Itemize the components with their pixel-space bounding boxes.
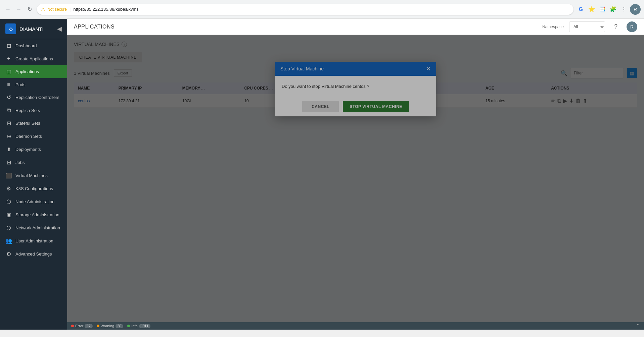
sidebar-item-network-administration[interactable]: ⬡ Network Administration: [0, 221, 67, 234]
status-error: Error 12: [71, 324, 93, 328]
error-dot: [71, 325, 74, 327]
sidebar-item-label: Advanced Settings: [15, 251, 52, 257]
cancel-button[interactable]: CANCEL: [302, 101, 339, 112]
modal-footer: CANCEL STOP VIRTUAL MACHINE: [275, 97, 436, 116]
refresh-button[interactable]: ↻: [25, 5, 34, 14]
modal-overlay: Stop Virtual Machine ✕ Do you want to st…: [67, 35, 644, 330]
security-warning-icon: ⚠: [41, 7, 45, 12]
modal-body: Do you want to stop Virtual Machine cent…: [275, 76, 436, 97]
replication-controllers-icon: ↺: [5, 94, 12, 101]
page-title: APPLICATIONS: [74, 24, 114, 30]
top-header: APPLICATIONS Namespace All default kube-…: [67, 19, 644, 35]
sidebar-item-label: K8S Configurations: [15, 186, 53, 191]
k8s-configurations-icon: ⚙: [5, 185, 12, 192]
modal-message: Do you want to stop Virtual Machine cent…: [282, 84, 369, 89]
sidebar-collapse-button[interactable]: ◀: [57, 25, 62, 33]
logo-text: DIAMANTI: [19, 26, 44, 32]
warning-dot: [97, 325, 99, 327]
sidebar-item-replication-controllers[interactable]: ↺ Replication Controllers: [0, 91, 67, 104]
help-button[interactable]: ?: [610, 21, 621, 32]
sidebar-item-label: Jobs: [15, 160, 25, 165]
modal-title: Stop Virtual Machine: [280, 66, 324, 71]
replica-sets-icon: ⧉: [5, 107, 12, 113]
url-text: https://35.222.135.88/kubes/kvms: [73, 7, 138, 12]
main-content: VIRTUAL MACHINES i CREATE VIRTUAL MACHIN…: [67, 35, 644, 330]
info-dot: [127, 325, 130, 327]
status-bar-chevron-icon[interactable]: ⌃: [636, 323, 640, 329]
sidebar-item-label: Replication Controllers: [15, 95, 59, 100]
extensions-button[interactable]: 🧩: [608, 5, 618, 14]
sidebar-item-advanced-settings[interactable]: ⚙ Advanced Settings: [0, 247, 67, 261]
stop-vm-modal: Stop Virtual Machine ✕ Do you want to st…: [275, 62, 436, 116]
user-administration-icon: 👥: [5, 238, 12, 244]
sidebar: ◇ DIAMANTI ◀ ⊞ Dashboard + Create Applic…: [0, 19, 67, 330]
create-applications-icon: +: [5, 56, 12, 62]
sidebar-item-create-applications[interactable]: + Create Applications: [0, 52, 67, 65]
error-label: Error: [75, 324, 83, 328]
sidebar-item-jobs[interactable]: ⊞ Jobs: [0, 156, 67, 169]
sidebar-logo: ◇ DIAMANTI ◀: [0, 19, 67, 39]
sidebar-item-label: Node Administration: [15, 199, 54, 204]
sidebar-item-deployments[interactable]: ⬆ Deployments: [0, 143, 67, 156]
status-bar: Error 12 Warning 30 Info 1911 ⌃: [67, 322, 644, 330]
sidebar-item-label: Applications: [15, 69, 39, 74]
profile-avatar[interactable]: R: [630, 4, 641, 15]
sidebar-item-pods[interactable]: ≡ Pods: [0, 78, 67, 91]
sidebar-item-node-administration[interactable]: ⬡ Node Administration: [0, 195, 67, 208]
stateful-sets-icon: ⊟: [5, 120, 12, 126]
stop-vm-button[interactable]: STOP VIRTUAL MACHINE: [343, 101, 409, 112]
app-container: ◇ DIAMANTI ◀ ⊞ Dashboard + Create Applic…: [0, 19, 644, 330]
applications-icon: ◫: [5, 68, 12, 75]
sidebar-item-storage-administration[interactable]: ▣ Storage Administration: [0, 208, 67, 221]
modal-close-button[interactable]: ✕: [426, 66, 431, 72]
namespace-label: Namespace: [542, 24, 564, 29]
sidebar-item-label: Storage Administration: [15, 212, 59, 217]
status-warning: Warning 30: [97, 324, 124, 328]
sidebar-item-label: Daemon Sets: [15, 134, 42, 139]
sidebar-item-label: Network Administration: [15, 225, 60, 230]
modal-header: Stop Virtual Machine ✕: [275, 62, 436, 76]
info-label: Info: [131, 324, 137, 328]
user-avatar[interactable]: R: [627, 21, 637, 32]
browser-chrome: ← → ↻ ⚠ Not secure | https://35.222.135.…: [0, 0, 644, 19]
sidebar-item-virtual-machines[interactable]: ⬛ Virtual Machines: [0, 169, 67, 182]
sidebar-item-user-administration[interactable]: 👥 User Administration: [0, 234, 67, 247]
sidebar-item-k8s-configurations[interactable]: ⚙ K8S Configurations: [0, 182, 67, 195]
bookmark-button[interactable]: ⭐: [587, 5, 596, 14]
error-count: 12: [85, 324, 92, 328]
google-icon[interactable]: G: [576, 5, 586, 14]
virtual-machines-icon: ⬛: [5, 172, 12, 179]
warning-count: 30: [116, 324, 123, 328]
namespace-select[interactable]: All default kube-system: [569, 21, 605, 32]
sidebar-item-replica-sets[interactable]: ⧉ Replica Sets: [0, 104, 67, 117]
menu-button[interactable]: ⋮: [619, 5, 629, 14]
advanced-settings-icon: ⚙: [5, 251, 12, 257]
sidebar-item-label: Virtual Machines: [15, 173, 48, 178]
info-count: 1911: [139, 324, 150, 328]
sidebar-item-stateful-sets[interactable]: ⊟ Stateful Sets: [0, 117, 67, 130]
address-bar[interactable]: ⚠ Not secure | https://35.222.135.88/kub…: [37, 4, 573, 15]
sidebar-item-applications[interactable]: ◫ Applications: [0, 65, 67, 78]
logo-icon: ◇: [5, 23, 16, 34]
network-administration-icon: ⬡: [5, 225, 12, 231]
warning-label: Warning: [101, 324, 114, 328]
sidebar-item-label: Create Applications: [15, 56, 53, 61]
node-administration-icon: ⬡: [5, 199, 12, 205]
security-warning-label: Not secure: [47, 7, 67, 12]
daemon-sets-icon: ⊕: [5, 133, 12, 139]
sidebar-item-daemon-sets[interactable]: ⊕ Daemon Sets: [0, 130, 67, 143]
sidebar-item-label: Deployments: [15, 147, 41, 152]
pods-icon: ≡: [5, 81, 12, 88]
jobs-icon: ⊞: [5, 159, 12, 166]
sidebar-item-dashboard[interactable]: ⊞ Dashboard: [0, 39, 67, 52]
forward-button[interactable]: →: [14, 5, 24, 14]
storage-administration-icon: ▣: [5, 212, 12, 218]
browser-actions: G ⭐ 📑 🧩 ⋮ R: [576, 4, 641, 15]
dashboard-icon: ⊞: [5, 43, 12, 49]
status-info: Info 1911: [127, 324, 150, 328]
sidebar-item-label: Pods: [15, 82, 26, 87]
bookmark-manager-button[interactable]: 📑: [598, 5, 607, 14]
browser-nav-buttons: ← → ↻: [3, 5, 34, 14]
back-button[interactable]: ←: [3, 5, 13, 14]
sidebar-item-label: Dashboard: [15, 43, 37, 48]
